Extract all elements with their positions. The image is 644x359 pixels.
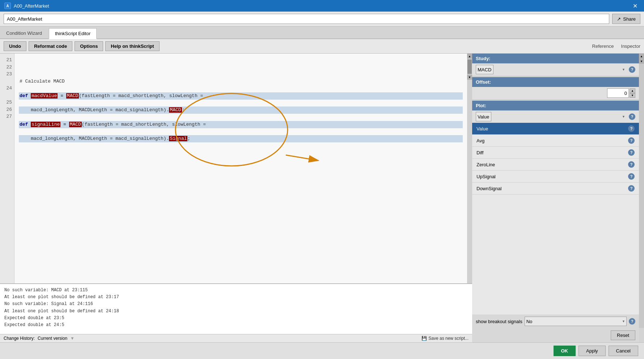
plot-downsignal-help-button[interactable]: ?: [628, 185, 635, 192]
study-row: MACD ?: [472, 63, 639, 76]
plot-zeroline-help-button[interactable]: ?: [628, 161, 635, 168]
error-line-6: Expected double at 24:5: [4, 322, 468, 329]
save-icon: 💾: [421, 336, 427, 341]
app-icon: A: [4, 3, 11, 9]
code-line-21: [19, 64, 463, 71]
error-line-4: At least one plot should be defined at 2…: [4, 308, 468, 315]
plot-help-button[interactable]: ?: [629, 113, 635, 120]
window-title: A00_AfterMarket: [14, 3, 49, 9]
breakout-label: show breakout signals: [476, 319, 522, 324]
offset-row: ▲ ▼: [472, 87, 639, 99]
plot-value-help-button[interactable]: ?: [628, 125, 635, 132]
code-scrollbar[interactable]: ▲ ▼: [467, 54, 472, 283]
error-line-3: No such variable: Signal at 24:116: [4, 301, 468, 308]
scroll-down-arrow[interactable]: ▼: [467, 75, 472, 80]
code-line-27: [19, 178, 463, 185]
reformat-code-button[interactable]: Reformat code: [29, 41, 72, 51]
cancel-button[interactable]: Cancel: [609, 346, 638, 356]
plot-avg-help-button[interactable]: ?: [628, 137, 635, 144]
plot-item-avg[interactable]: Avg ?: [472, 135, 639, 147]
code-line-26: [19, 164, 463, 171]
code-line-25: [19, 150, 463, 157]
plot-upsignal-help-button[interactable]: ?: [628, 173, 635, 180]
plot-item-downsignal[interactable]: DownSignal ?: [472, 183, 639, 195]
study-help-button[interactable]: ?: [629, 66, 635, 73]
offset-input[interactable]: [607, 88, 629, 98]
tab-condition-wizard[interactable]: Condition Wizard: [0, 28, 48, 38]
study-dropdown[interactable]: MACD: [476, 65, 493, 74]
change-history-label: Change History:: [4, 336, 35, 341]
apply-button[interactable]: Apply: [579, 346, 606, 356]
share-button[interactable]: ↗ Share: [612, 14, 640, 24]
share-icon: ↗: [617, 16, 621, 22]
breakout-dropdown-wrap: No Yes: [525, 317, 627, 326]
error-line-5: Expected double at 23:5: [4, 315, 468, 322]
save-as-new-script-button[interactable]: 💾 Save as new script...: [421, 336, 469, 341]
plot-item-upsignal[interactable]: UpSignal ?: [472, 171, 639, 183]
offset-header: Offset:: [472, 77, 639, 87]
right-panel-scrollbar[interactable]: ▲ ▼: [639, 54, 644, 328]
close-icon[interactable]: ✕: [631, 2, 640, 10]
error-panel: No such variable: MACD at 23:115 At leas…: [0, 283, 472, 334]
options-button[interactable]: Options: [75, 41, 103, 51]
study-header: Study:: [472, 54, 639, 63]
version-indicator: ▼: [70, 336, 75, 341]
scroll-up-arrow[interactable]: ▲: [467, 54, 472, 59]
study-dropdown-wrap: MACD: [476, 65, 627, 74]
plot-dropdown[interactable]: Value: [476, 112, 491, 121]
inspector-link[interactable]: Inspector: [621, 43, 640, 49]
breakout-dropdown[interactable]: No Yes: [525, 317, 627, 326]
script-name-input[interactable]: [4, 14, 609, 24]
code-line-23b: macd_longLength, MACDLength = macd_signa…: [19, 107, 463, 114]
scroll-thumb[interactable]: [467, 59, 472, 74]
code-line-24: def signalLine = MACD(fastLength = macd_…: [19, 121, 463, 128]
help-on-thinkscript-button[interactable]: Help on thinkScript: [105, 41, 159, 51]
reset-button[interactable]: Reset: [611, 330, 635, 340]
error-line-2: At least one plot should be defined at 2…: [4, 294, 468, 301]
plot-header: Plot:: [472, 101, 639, 110]
plot-item-diff[interactable]: Diff ?: [472, 147, 639, 159]
breakout-row: show breakout signals No Yes ?: [472, 314, 639, 328]
line-numbers: 21222324252627: [0, 54, 14, 283]
plot-row: Value ?: [472, 110, 639, 123]
right-scroll-up-arrow[interactable]: ▲: [639, 54, 644, 59]
offset-up-button[interactable]: ▲: [630, 88, 635, 93]
right-scroll-down-arrow[interactable]: ▼: [639, 59, 644, 64]
plot-list: Value ? Avg ? Diff ? ZeroLine ?: [472, 123, 639, 314]
undo-button[interactable]: Undo: [4, 41, 26, 51]
current-version: Current version: [38, 336, 67, 341]
plot-diff-help-button[interactable]: ?: [628, 149, 635, 156]
code-line-23: def macdValue = MACD(fastLength = macd_s…: [19, 92, 463, 100]
plot-item-value[interactable]: Value ?: [472, 123, 639, 135]
code-editor[interactable]: # Calculate MACD def macdValue = MACD(fa…: [14, 54, 467, 283]
ok-button[interactable]: OK: [554, 346, 576, 356]
reset-area: Reset: [472, 328, 639, 342]
tab-thinkscript-editor[interactable]: thinkScript Editor: [49, 28, 97, 39]
plot-item-zeroline[interactable]: ZeroLine ?: [472, 159, 639, 171]
error-line-1: No such variable: MACD at 23:115: [4, 287, 468, 294]
breakout-help-button[interactable]: ?: [629, 318, 635, 325]
offset-down-button[interactable]: ▼: [630, 93, 635, 98]
code-line-24b: macd_longLength, MACDLength = macd_signa…: [19, 135, 463, 142]
reference-link[interactable]: Reference: [592, 43, 614, 49]
code-line-22: # Calculate MACD: [19, 78, 463, 85]
plot-dropdown-wrap: Value: [476, 112, 627, 121]
